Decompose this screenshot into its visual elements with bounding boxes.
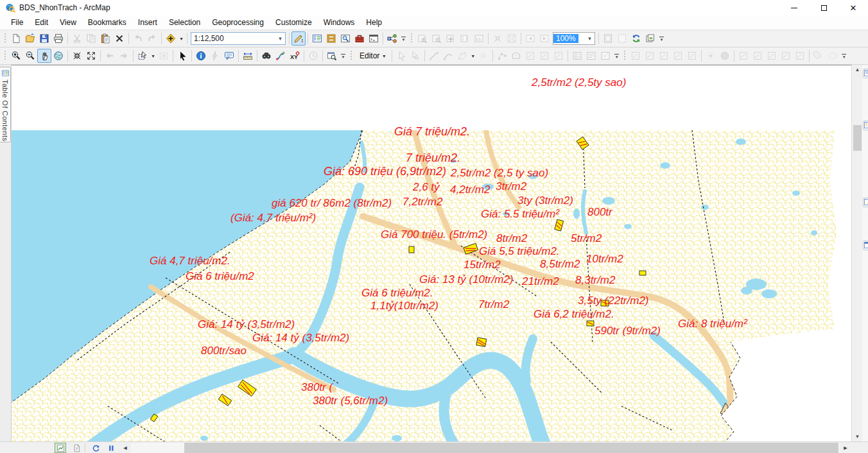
menu-item-view[interactable]: View [54, 16, 82, 29]
data-view-button[interactable] [55, 443, 66, 453]
save-icon[interactable] [37, 31, 51, 46]
toolbar-grip[interactable] [623, 51, 627, 61]
print-icon[interactable] [51, 31, 65, 46]
undo-icon [131, 31, 145, 46]
html-popup-icon[interactable] [222, 49, 236, 63]
cut-polygons-tool-icon [523, 49, 537, 63]
horizontal-scrollbar[interactable] [131, 443, 840, 453]
docked-window-icon[interactable] [863, 69, 868, 78]
select-features-icon[interactable] [135, 49, 150, 63]
arctoolbox-window-icon[interactable] [352, 31, 367, 46]
python-window-icon[interactable] [367, 31, 381, 46]
vertical-scroll-thumb[interactable] [853, 125, 862, 151]
toolbar-grip[interactable] [4, 33, 7, 44]
menu-item-geoprocessing[interactable]: Geoprocessing [206, 16, 270, 29]
reshape-feature-tool-icon [509, 49, 523, 63]
scroll-down-arrow[interactable]: ▼ [852, 432, 863, 441]
toolbar-grip[interactable] [350, 51, 353, 61]
fillet-tool-icon [643, 49, 657, 63]
search-window-icon[interactable] [338, 31, 352, 46]
viewer-window-icon[interactable] [325, 49, 339, 63]
modelbuilder-window-icon[interactable] [385, 31, 399, 46]
minimize-button[interactable] [779, 0, 809, 15]
toolbar-overflow-button[interactable]: ▾ [399, 31, 408, 46]
toolbar-overflow-button[interactable]: ▾ [612, 49, 621, 63]
find-route-icon[interactable] [273, 49, 288, 63]
paste-icon[interactable] [98, 31, 112, 46]
catalog-window-icon[interactable] [324, 31, 338, 46]
toc-tab-label: Table Of Contents [1, 80, 9, 142]
menu-item-file[interactable]: File [5, 16, 29, 29]
add-data-icon[interactable] [164, 31, 178, 46]
line-intersection-tool-icon [685, 49, 699, 63]
menu-item-windows[interactable]: Windows [318, 16, 361, 29]
menu-item-help[interactable]: Help [360, 16, 388, 29]
chevron-down-icon[interactable]: ▾ [585, 35, 595, 42]
focus-data-frame-icon [615, 31, 629, 46]
docked-window-icon[interactable] [863, 121, 868, 130]
editor-menu-button[interactable]: Editor▾ [355, 49, 390, 63]
edit-annotation-tool-icon: A [408, 49, 422, 63]
refresh-view-icon[interactable] [629, 31, 643, 46]
refresh-map-button[interactable] [90, 443, 101, 453]
editor-toolbar-toggle-icon[interactable] [291, 31, 306, 46]
menu-bar: FileEditViewBookmarksInsertSelectionGeop… [0, 15, 868, 30]
maximize-button[interactable] [809, 0, 838, 15]
zoom-in-icon[interactable] [9, 49, 23, 63]
new-document-icon[interactable] [9, 31, 23, 46]
data-driven-pages-icon[interactable] [643, 31, 657, 46]
identify-icon[interactable] [194, 49, 208, 63]
open-folder-icon[interactable] [23, 31, 37, 46]
toolbar-overflow-button[interactable]: ▾ [657, 31, 666, 46]
toolbar-overflow-button[interactable]: ▾ [339, 49, 347, 63]
horizontal-scroll-thumb[interactable] [184, 443, 838, 453]
toolbar-separator [488, 33, 489, 44]
zoom-out-icon[interactable] [23, 49, 37, 63]
full-extent-icon[interactable] [51, 49, 65, 63]
close-button[interactable]: ✕ [838, 0, 868, 15]
layout-zoom-combo[interactable]: 100%▾ [553, 32, 595, 45]
vertical-scrollbar[interactable]: ▲ ▼ [851, 65, 862, 441]
fixed-zoom-in-icon[interactable] [70, 49, 84, 63]
scroll-up-arrow[interactable]: ▲ [852, 65, 863, 74]
go-to-xy-icon[interactable]: XY [288, 49, 302, 63]
window-title: BDS_NhonTrach - ArcMap [19, 3, 110, 12]
table-of-contents-tab[interactable]: Table Of Contents [0, 67, 11, 142]
select-features-dropdown-icon[interactable]: ▾ [150, 49, 157, 63]
fixed-zoom-out-icon[interactable] [84, 49, 98, 63]
toolbar-grip[interactable] [4, 51, 7, 61]
docked-window-icon[interactable] [863, 198, 868, 207]
scroll-left-arrow[interactable]: ◄ [119, 443, 131, 453]
toolbar-separator [173, 50, 173, 62]
chevron-down-icon[interactable]: ▾ [275, 35, 285, 42]
find-icon[interactable] [259, 49, 273, 63]
delete-icon[interactable] [112, 31, 126, 46]
copy-features-tool-icon [629, 49, 643, 63]
add-data-dropdown-icon[interactable]: ▾ [178, 31, 185, 46]
right-dock-strip [862, 65, 868, 441]
construction-tools-dropdown-icon[interactable]: ▾ [469, 49, 476, 63]
docked-window-icon[interactable] [863, 241, 868, 250]
menu-item-edit[interactable]: Edit [29, 16, 54, 29]
table-of-contents-window-icon[interactable] [310, 31, 324, 46]
select-elements-icon[interactable] [175, 49, 189, 63]
map-canvas[interactable] [12, 130, 851, 453]
toolbar-grip[interactable] [410, 33, 413, 44]
menu-item-bookmarks[interactable]: Bookmarks [82, 16, 132, 29]
pause-drawing-button[interactable] [105, 443, 117, 453]
toolbar-separator [128, 33, 129, 44]
pan-icon[interactable] [37, 49, 51, 63]
ellipse-tool-icon [826, 49, 840, 63]
menu-item-customize[interactable]: Customize [270, 16, 318, 29]
toolbar-separator [257, 50, 257, 62]
tools-editor-toolbar: ▾XY▾Editor▾A▾▾▾ [0, 47, 868, 65]
map-scale-combo-value[interactable]: 1:12,500 [191, 34, 227, 43]
scroll-right-arrow[interactable]: ► [840, 443, 851, 453]
toolbar-overflow-button[interactable]: ▾ [840, 49, 848, 63]
measure-icon[interactable] [241, 49, 255, 63]
menu-item-selection[interactable]: Selection [163, 16, 206, 29]
menu-item-insert[interactable]: Insert [132, 16, 163, 29]
layout-view-button[interactable] [71, 443, 82, 453]
map-scale-combo[interactable]: 1:12,500▾ [191, 32, 286, 45]
layout-zoom-combo-value[interactable]: 100% [553, 34, 578, 43]
